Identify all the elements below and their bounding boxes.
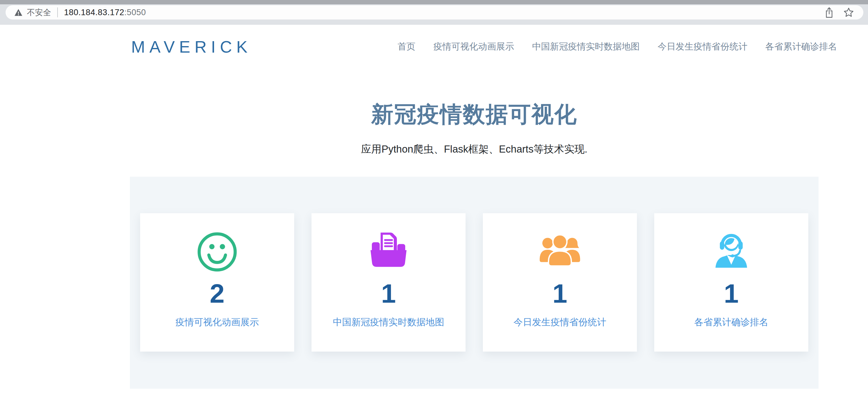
address-bar[interactable]: 不安全 180.184.83.172:5050	[6, 5, 863, 20]
star-icon[interactable]	[843, 7, 854, 18]
nav-item-home[interactable]: 首页	[398, 40, 415, 53]
headset-icon	[709, 230, 753, 274]
hero: 新冠疫情数据可视化 应用Python爬虫、Flask框架、Echarts等技术实…	[130, 100, 818, 156]
page-title: 新冠疫情数据可视化	[130, 100, 818, 129]
card-icon-wrap	[654, 229, 808, 275]
share-icon[interactable]	[825, 7, 834, 18]
stat-card-province-ranking[interactable]: 1 各省累计确诊排名	[654, 213, 808, 351]
brand-logo[interactable]: MAVERICK	[131, 37, 252, 56]
stat-card-today-province-stats[interactable]: 1 今日发生疫情省份统计	[483, 213, 637, 351]
users-icon	[538, 230, 582, 274]
nav-item-animation[interactable]: 疫情可视化动画展示	[433, 40, 514, 53]
window-title-strip	[0, 0, 868, 4]
stats-section: 2 疫情可视化动画展示	[130, 177, 818, 389]
security-label[interactable]: 不安全	[27, 7, 51, 18]
card-icon-wrap	[140, 229, 294, 275]
card-label: 今日发生疫情省份统计	[483, 316, 637, 329]
url-text[interactable]: 180.184.83.172:5050	[64, 8, 146, 17]
card-label: 各省累计确诊排名	[654, 316, 808, 329]
browser-chrome: 不安全 180.184.83.172:5050	[0, 0, 868, 25]
card-count: 1	[483, 280, 637, 307]
stat-card-realtime-map[interactable]: 1 中国新冠疫情实时数据地图	[311, 213, 466, 351]
card-icon-wrap	[483, 229, 637, 275]
address-bar-actions	[825, 7, 854, 18]
site-header: MAVERICK 首页 疫情可视化动画展示 中国新冠疫情实时数据地图 今日发生疫…	[0, 25, 868, 56]
print-icon	[367, 230, 410, 274]
url-separator	[57, 7, 58, 17]
card-count: 1	[654, 280, 808, 307]
card-count: 1	[311, 280, 466, 307]
main-nav: 首页 疫情可视化动画展示 中国新冠疫情实时数据地图 今日发生疫情省份统计 各省累…	[398, 40, 837, 53]
stat-card-animation[interactable]: 2 疫情可视化动画展示	[140, 213, 294, 351]
card-count: 2	[140, 280, 294, 307]
smiley-icon	[195, 230, 239, 274]
address-bar-content: 不安全 180.184.83.172:5050	[14, 7, 825, 18]
nav-item-realtime-map[interactable]: 中国新冠疫情实时数据地图	[532, 40, 640, 53]
page-subtitle: 应用Python爬虫、Flask框架、Echarts等技术实现.	[130, 142, 818, 156]
url-port: :5050	[124, 8, 146, 17]
nav-item-today-province-stats[interactable]: 今日发生疫情省份统计	[658, 40, 747, 53]
nav-item-province-ranking[interactable]: 各省累计确诊排名	[765, 40, 837, 53]
card-label: 中国新冠疫情实时数据地图	[311, 316, 466, 329]
card-label: 疫情可视化动画展示	[140, 316, 294, 329]
warning-triangle-icon[interactable]	[14, 9, 23, 17]
url-host: 180.184.83.172	[64, 8, 124, 17]
card-icon-wrap	[311, 229, 466, 275]
stat-cards: 2 疫情可视化动画展示	[140, 213, 808, 351]
